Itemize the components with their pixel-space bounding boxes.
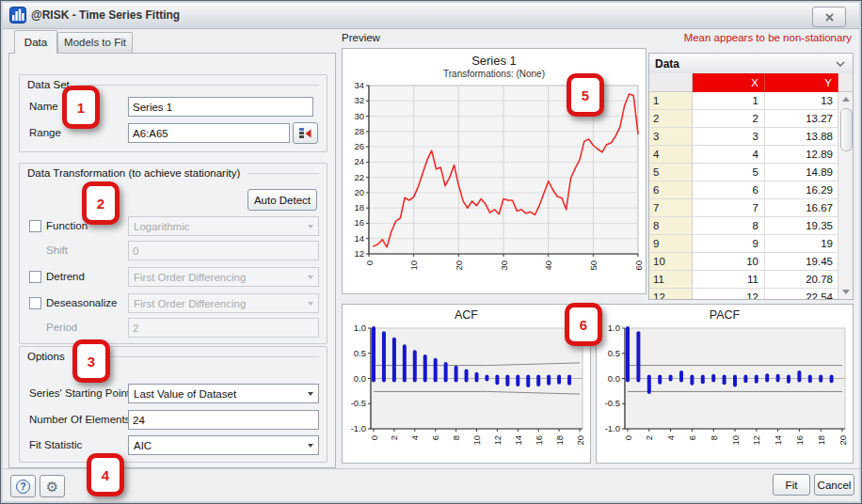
svg-text:8: 8 — [709, 435, 719, 440]
scroll-up-button[interactable] — [838, 92, 853, 106]
table-row: 2213.27 — [649, 110, 838, 128]
cell-y: 16.29 — [765, 181, 838, 199]
elements-input[interactable] — [128, 410, 319, 430]
svg-text:0.5: 0.5 — [354, 348, 366, 358]
starting-point-label: Series' Starting Point — [29, 387, 130, 399]
function-select: Logarithmic — [128, 216, 319, 236]
row-number-cell: 4 — [649, 146, 693, 164]
function-label: Function — [46, 220, 88, 231]
row-number-cell: 1 — [649, 92, 693, 110]
svg-text:26: 26 — [354, 141, 364, 151]
data-tab-page: Data Set Name Range Data Transformation … — [8, 53, 336, 468]
cell-y: 19.35 — [765, 217, 838, 235]
window-title: @RISK - Time Series Fitting — [31, 8, 180, 22]
group-options-header: Options — [27, 351, 65, 362]
cell-x: 1 — [693, 92, 765, 110]
table-row: 5514.89 — [649, 164, 838, 181]
data-panel-header[interactable]: Data — [649, 54, 853, 74]
range-picker-button[interactable] — [293, 122, 318, 144]
cancel-button[interactable]: Cancel — [814, 474, 854, 496]
name-input[interactable] — [128, 97, 313, 117]
triangle-up-icon — [842, 97, 850, 102]
range-picker-icon — [298, 127, 313, 140]
svg-text:22: 22 — [354, 172, 364, 182]
row-number-cell: 2 — [649, 110, 693, 128]
table-row: 9919 — [649, 235, 838, 253]
cell-x: 11 — [693, 271, 765, 289]
svg-text:0.0: 0.0 — [354, 373, 366, 384]
titlebar: @RISK - Time Series Fitting — [3, 3, 859, 29]
detrend-select: First Order Differencing — [128, 267, 319, 287]
chevron-down-icon — [308, 444, 313, 448]
cell-x: 3 — [693, 128, 765, 146]
svg-text:6: 6 — [687, 435, 697, 440]
svg-text:40: 40 — [543, 260, 553, 271]
risk-app-icon — [9, 7, 26, 27]
cell-x: 8 — [693, 217, 765, 235]
svg-text:24: 24 — [354, 156, 364, 166]
svg-text:50: 50 — [588, 260, 599, 271]
cell-x: 12 — [693, 289, 765, 299]
svg-text:-1.0: -1.0 — [605, 423, 620, 433]
svg-text:12: 12 — [751, 435, 761, 446]
function-checkbox[interactable] — [29, 220, 41, 232]
chevron-down-icon — [308, 225, 313, 228]
svg-text:12: 12 — [354, 248, 364, 259]
deseasonalize-checkbox[interactable] — [29, 297, 41, 309]
scroll-down-button[interactable] — [838, 285, 853, 299]
settings-button[interactable]: ⚙ — [40, 475, 65, 497]
status-message: Mean appears to be non-stationary — [684, 32, 852, 43]
help-button[interactable]: ? — [10, 475, 36, 497]
table-scrollbar[interactable] — [838, 92, 853, 299]
table-row: 1113 — [649, 92, 838, 110]
svg-text:0.0: 0.0 — [608, 373, 620, 384]
svg-text:20: 20 — [354, 187, 364, 197]
tab-models-to-fit[interactable]: Models to Fit — [57, 32, 133, 53]
cell-y: 13.27 — [765, 110, 838, 128]
svg-text:2: 2 — [644, 435, 654, 440]
range-label: Range — [29, 127, 61, 138]
svg-text:0: 0 — [369, 435, 379, 440]
period-input — [128, 318, 319, 338]
row-number-cell: 11 — [649, 271, 693, 289]
row-number-cell: 8 — [649, 217, 693, 235]
cell-y: 16.67 — [765, 199, 838, 217]
starting-point-select[interactable]: Last Value of Dataset — [128, 384, 319, 403]
detrend-checkbox[interactable] — [29, 271, 41, 283]
table-row: 121222.54 — [649, 289, 838, 299]
close-button[interactable] — [812, 7, 846, 27]
svg-text:4: 4 — [665, 435, 676, 440]
svg-text:0.5: 0.5 — [608, 348, 620, 358]
table-row: 6616.29 — [649, 181, 838, 199]
table-header-row: X Y — [649, 73, 853, 92]
chevron-down-icon — [308, 276, 313, 279]
row-number-cell: 3 — [649, 128, 693, 146]
cell-x: 4 — [693, 146, 765, 164]
callout-badge: 3 — [72, 339, 110, 383]
svg-text:-0.5: -0.5 — [605, 398, 620, 408]
cell-y: 19.45 — [765, 253, 838, 271]
svg-text:60: 60 — [633, 260, 644, 271]
shift-label: Shift — [46, 244, 68, 256]
fit-statistic-select[interactable]: AIC — [128, 435, 319, 455]
svg-text:-1.0: -1.0 — [351, 423, 366, 433]
auto-detect-button[interactable]: Auto Detect — [247, 189, 317, 211]
range-input[interactable] — [128, 123, 290, 143]
cell-x: 5 — [693, 164, 765, 181]
cell-x: 6 — [693, 181, 765, 199]
svg-text:0: 0 — [623, 435, 633, 440]
group-options: Options Series' Starting Point Last Valu… — [19, 346, 327, 463]
svg-text:1.0: 1.0 — [354, 323, 366, 333]
tab-data[interactable]: Data — [14, 30, 57, 54]
column-header-x: X — [693, 73, 765, 92]
scroll-thumb[interactable] — [840, 108, 853, 151]
svg-text:6: 6 — [430, 435, 440, 440]
table-row: 111120.78 — [649, 271, 838, 289]
fit-button[interactable]: Fit — [773, 474, 810, 496]
detrend-label: Detrend — [46, 271, 85, 282]
svg-text:20: 20 — [838, 435, 848, 446]
svg-text:20: 20 — [575, 435, 585, 446]
deseasonalize-label: Deseasonalize — [46, 297, 117, 308]
close-icon — [825, 13, 834, 22]
cell-x: 9 — [693, 235, 765, 253]
